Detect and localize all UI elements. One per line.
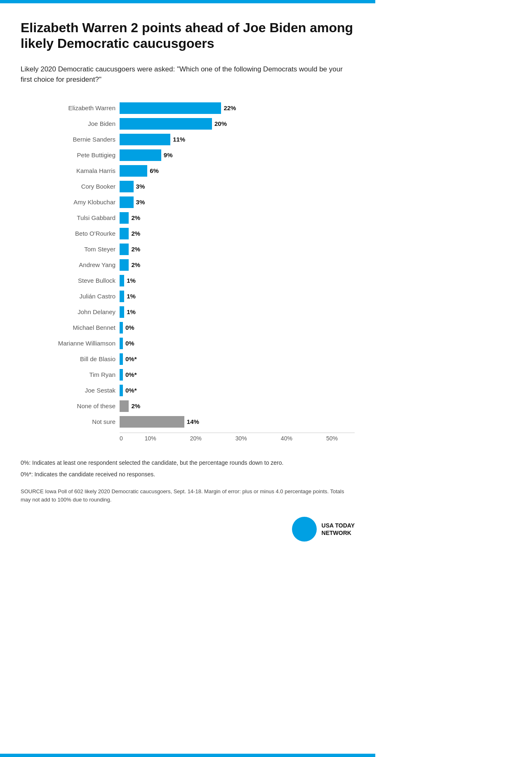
footnotes: 0%: Indicates at least one respondent se… bbox=[21, 458, 355, 479]
bar-value-label: 20% bbox=[214, 120, 227, 127]
bottom-bar bbox=[0, 754, 375, 757]
bar-area: 0% bbox=[120, 338, 355, 349]
chart-row: Bill de Blasio0%* bbox=[21, 352, 355, 366]
bar-area: 2% bbox=[120, 228, 355, 239]
bar-area: 20% bbox=[120, 118, 355, 130]
candidate-name: Marianne Williamson bbox=[21, 340, 120, 347]
bar bbox=[120, 212, 129, 224]
bar-area: 2% bbox=[120, 244, 355, 255]
candidate-name: Bernie Sanders bbox=[21, 136, 120, 143]
chart-row: Julián Castro1% bbox=[21, 290, 355, 303]
chart-row: Andrew Yang2% bbox=[21, 258, 355, 272]
bar-area: 3% bbox=[120, 181, 355, 192]
usa-today-logo-circle bbox=[292, 517, 317, 542]
chart-row: Elizabeth Warren22% bbox=[21, 102, 355, 115]
bar-area: 0% bbox=[120, 322, 355, 334]
x-axis-tick: 10% bbox=[128, 433, 173, 442]
bar-value-label: 0%* bbox=[125, 355, 137, 362]
chart-row: Joe Biden20% bbox=[21, 117, 355, 130]
x-axis-tick: 40% bbox=[264, 433, 309, 442]
logo-area: USA TODAYNETWORK bbox=[21, 517, 355, 542]
chart-row: Kamala Harris6% bbox=[21, 164, 355, 177]
bar-area: 6% bbox=[120, 165, 355, 177]
bar bbox=[120, 322, 123, 334]
bar-value-label: 2% bbox=[131, 246, 140, 253]
bar-value-label: 0% bbox=[125, 324, 134, 331]
bar-value-label: 3% bbox=[136, 199, 145, 206]
bar-value-label: 1% bbox=[127, 293, 136, 300]
bar-area: 2% bbox=[120, 259, 355, 271]
bar-area: 0%* bbox=[120, 353, 355, 365]
bar-value-label: 3% bbox=[136, 183, 145, 190]
subtitle: Likely 2020 Democratic caucusgoers were … bbox=[21, 64, 355, 85]
candidate-name: Michael Bennet bbox=[21, 324, 120, 331]
candidate-name: John Delaney bbox=[21, 308, 120, 315]
bar bbox=[120, 196, 134, 208]
bar bbox=[120, 275, 124, 286]
chart-row: None of these2% bbox=[21, 400, 355, 413]
bar-area: 1% bbox=[120, 291, 355, 302]
candidate-name: Not sure bbox=[21, 418, 120, 425]
bar bbox=[120, 416, 184, 428]
bar bbox=[120, 369, 123, 381]
bar bbox=[120, 181, 134, 192]
bar bbox=[120, 306, 124, 318]
candidate-name: None of these bbox=[21, 402, 120, 409]
chart-row: Bernie Sanders11% bbox=[21, 133, 355, 146]
bars-wrapper: Elizabeth Warren22%Joe Biden20%Bernie Sa… bbox=[21, 102, 355, 428]
candidate-name: Kamala Harris bbox=[21, 167, 120, 174]
candidate-name: Joe Sestak bbox=[21, 387, 120, 394]
candidate-name: Tom Steyer bbox=[21, 246, 120, 253]
bar-area: 14% bbox=[120, 416, 355, 428]
chart-row: Joe Sestak0%* bbox=[21, 384, 355, 397]
bar-value-label: 1% bbox=[127, 277, 136, 284]
bar-area: 11% bbox=[120, 134, 355, 145]
x-axis-tick: 0 bbox=[120, 433, 128, 442]
chart-row: Not sure14% bbox=[21, 415, 355, 428]
candidate-name: Pete Buttigieg bbox=[21, 151, 120, 158]
bar-value-label: 9% bbox=[164, 151, 173, 158]
main-title: Elizabeth Warren 2 points ahead of Joe B… bbox=[21, 20, 355, 52]
chart-row: Steve Bullock1% bbox=[21, 274, 355, 287]
top-bar bbox=[0, 0, 375, 3]
bar bbox=[120, 338, 123, 349]
chart-row: Tulsi Gabbard2% bbox=[21, 211, 355, 225]
candidate-name: Tulsi Gabbard bbox=[21, 214, 120, 221]
bar bbox=[120, 291, 124, 302]
bar-value-label: 0%* bbox=[125, 387, 137, 394]
chart-row: Tom Steyer2% bbox=[21, 243, 355, 256]
candidate-name: Julián Castro bbox=[21, 293, 120, 300]
candidate-name: Cory Booker bbox=[21, 183, 120, 190]
source-text: SOURCE Iowa Poll of 602 likely 2020 Demo… bbox=[21, 487, 355, 505]
bar bbox=[120, 102, 221, 114]
bar-value-label: 2% bbox=[131, 230, 140, 237]
chart-container: Elizabeth Warren22%Joe Biden20%Bernie Sa… bbox=[21, 102, 355, 442]
bar-area: 2% bbox=[120, 212, 355, 224]
bar bbox=[120, 400, 129, 412]
bar bbox=[120, 259, 129, 271]
bar bbox=[120, 165, 147, 177]
bar-value-label: 6% bbox=[150, 167, 159, 174]
bar bbox=[120, 134, 170, 145]
chart-row: John Delaney1% bbox=[21, 305, 355, 319]
bar-area: 22% bbox=[120, 102, 355, 114]
candidate-name: Amy Klobuchar bbox=[21, 199, 120, 206]
bar-value-label: 1% bbox=[127, 308, 136, 315]
bar-value-label: 0%* bbox=[125, 371, 137, 378]
candidate-name: Tim Ryan bbox=[21, 371, 120, 378]
footnote-2: 0%*: Indicates the candidate received no… bbox=[21, 470, 355, 479]
bar-area: 2% bbox=[120, 400, 355, 412]
bar-value-label: 2% bbox=[131, 261, 140, 268]
bar-value-label: 0% bbox=[125, 340, 134, 347]
bar bbox=[120, 385, 123, 396]
chart-row: Marianne Williamson0% bbox=[21, 337, 355, 350]
chart-row: Cory Booker3% bbox=[21, 180, 355, 193]
bar-value-label: 11% bbox=[173, 136, 185, 143]
bar-area: 0%* bbox=[120, 385, 355, 396]
footnote-1: 0%: Indicates at least one respondent se… bbox=[21, 458, 355, 467]
logo-text: USA TODAYNETWORK bbox=[322, 522, 355, 537]
x-axis: 010%20%30%40%50% bbox=[120, 433, 355, 442]
bar-value-label: 2% bbox=[131, 402, 140, 409]
candidate-name: Steve Bullock bbox=[21, 277, 120, 284]
bar bbox=[120, 149, 161, 161]
